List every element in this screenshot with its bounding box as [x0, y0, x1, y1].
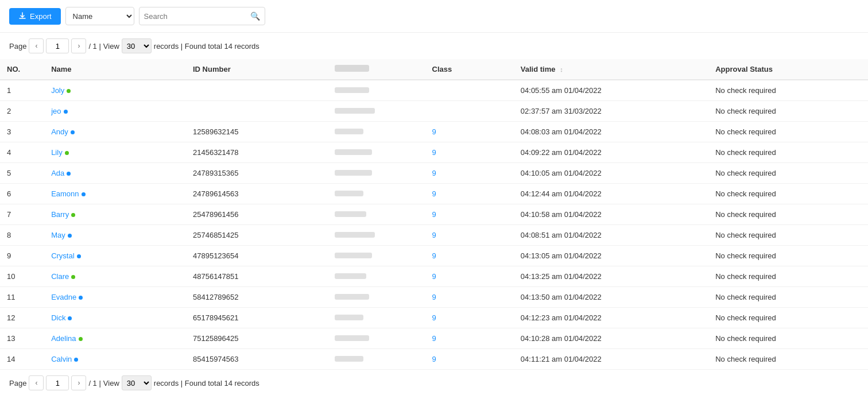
cell-class: 9 [425, 163, 514, 184]
bottom-total-pages-text: / 1 | [88, 379, 100, 388]
bottom-next-page-button[interactable]: › [71, 375, 86, 390]
name-select[interactable]: Name [65, 7, 134, 25]
cell-valid-time: 04:13:05 am 01/04/2022 [514, 246, 708, 266]
name-link[interactable]: Barry [51, 210, 69, 219]
name-link[interactable]: Clare [51, 272, 69, 281]
cell-no: 6 [0, 184, 44, 204]
name-link[interactable]: Ada [51, 169, 64, 177]
cell-class [425, 101, 514, 122]
export-button[interactable]: Export [9, 8, 61, 25]
bottom-page-number-input[interactable] [46, 375, 69, 390]
name-link[interactable]: Evadne [51, 293, 76, 301]
cell-class: 9 [425, 266, 514, 287]
bottom-view-select[interactable]: 30 50 100 [122, 375, 152, 390]
col-header-id: ID Number [186, 59, 328, 80]
name-link[interactable]: Crystal [51, 251, 74, 260]
cell-name: Crystal [44, 246, 186, 266]
cell-blurred [328, 184, 425, 204]
table-row: 13Adelina75125896425904:10:28 am 01/04/2… [0, 328, 868, 349]
search-wrapper: 🔍 [139, 7, 265, 25]
cell-approval-status: No check required [708, 204, 868, 225]
export-icon [18, 12, 26, 20]
cell-class: 9 [425, 287, 514, 308]
cell-id [186, 101, 328, 122]
cell-valid-time: 04:12:23 am 01/04/2022 [514, 308, 708, 328]
table-row: 10Clare48756147851904:13:25 am 01/04/202… [0, 266, 868, 287]
name-link[interactable]: Dick [51, 313, 65, 322]
cell-id [186, 80, 328, 101]
cell-id: 12589632145 [186, 122, 328, 142]
cell-valid-time: 04:10:28 am 01/04/2022 [514, 328, 708, 349]
cell-no: 11 [0, 287, 44, 308]
cell-no: 1 [0, 80, 44, 101]
status-dot [65, 151, 69, 155]
cell-valid-time: 04:09:22 am 01/04/2022 [514, 142, 708, 163]
cell-name: Barry [44, 204, 186, 225]
cell-class: 9 [425, 246, 514, 266]
cell-valid-time: 04:12:44 am 01/04/2022 [514, 184, 708, 204]
cell-no: 5 [0, 163, 44, 184]
cell-name: Clare [44, 266, 186, 287]
cell-id: 75125896425 [186, 328, 328, 349]
cell-no: 2 [0, 101, 44, 122]
table-row: 4Lily21456321478904:09:22 am 01/04/2022N… [0, 142, 868, 163]
cell-id: 47895123654 [186, 246, 328, 266]
cell-valid-time: 04:13:50 am 01/04/2022 [514, 287, 708, 308]
cell-no: 8 [0, 225, 44, 246]
name-link[interactable]: Lily [51, 148, 63, 157]
table-container: NO. Name ID Number Class Valid time ↕ Ap… [0, 59, 868, 370]
cell-valid-time: 04:05:55 am 01/04/2022 [514, 80, 708, 101]
next-page-button[interactable]: › [71, 38, 86, 53]
status-dot [64, 110, 68, 114]
cell-blurred [328, 204, 425, 225]
cell-id: 24789315365 [186, 163, 328, 184]
col-header-no: NO. [0, 59, 44, 80]
cell-blurred [328, 349, 425, 370]
cell-id: 25746851425 [186, 225, 328, 246]
status-dot [68, 316, 72, 320]
cell-valid-time: 04:13:25 am 01/04/2022 [514, 266, 708, 287]
cell-approval-status: No check required [708, 184, 868, 204]
bottom-view-label: View [103, 379, 119, 388]
cell-id: 24789614563 [186, 184, 328, 204]
cell-id: 85415974563 [186, 349, 328, 370]
cell-blurred [328, 287, 425, 308]
name-link[interactable]: Adelina [51, 334, 76, 343]
name-link[interactable]: May [51, 231, 65, 239]
cell-approval-status: No check required [708, 122, 868, 142]
col-header-class: Class [425, 59, 514, 80]
status-dot [74, 358, 78, 362]
cell-class: 9 [425, 184, 514, 204]
cell-name: Andy [44, 122, 186, 142]
cell-valid-time: 04:10:58 am 01/04/2022 [514, 204, 708, 225]
prev-page-button[interactable]: ‹ [29, 38, 44, 53]
table-row: 6Eamonn24789614563904:12:44 am 01/04/202… [0, 184, 868, 204]
cell-blurred [328, 225, 425, 246]
bottom-prev-page-button[interactable]: ‹ [29, 375, 44, 390]
table-row: 7Barry25478961456904:10:58 am 01/04/2022… [0, 204, 868, 225]
col-header-approval-status: Approval Status [708, 59, 868, 80]
name-link[interactable]: Calvin [51, 355, 72, 363]
status-dot [68, 234, 72, 238]
cell-class: 9 [425, 122, 514, 142]
view-select[interactable]: 30 50 100 [122, 38, 152, 53]
cell-name: Ada [44, 163, 186, 184]
cell-blurred [328, 101, 425, 122]
search-input[interactable] [144, 12, 250, 21]
cell-id: 48756147851 [186, 266, 328, 287]
col-header-valid-time: Valid time ↕ [514, 59, 708, 80]
name-link[interactable]: Andy [51, 127, 68, 136]
table-row: 2jeo02:37:57 am 31/03/2022No check requi… [0, 101, 868, 122]
name-link[interactable]: jeo [51, 107, 61, 115]
page-number-input[interactable] [46, 38, 69, 53]
cell-class: 9 [425, 328, 514, 349]
cell-class: 9 [425, 349, 514, 370]
table-row: 12Dick65178945621904:12:23 am 01/04/2022… [0, 308, 868, 328]
name-link[interactable]: Eamonn [51, 189, 79, 198]
cell-no: 9 [0, 246, 44, 266]
cell-name: Dick [44, 308, 186, 328]
cell-blurred [328, 246, 425, 266]
name-link[interactable]: Joly [51, 86, 64, 95]
table-row: 11Evadne58412789652904:13:50 am 01/04/20… [0, 287, 868, 308]
cell-approval-status: No check required [708, 80, 868, 101]
